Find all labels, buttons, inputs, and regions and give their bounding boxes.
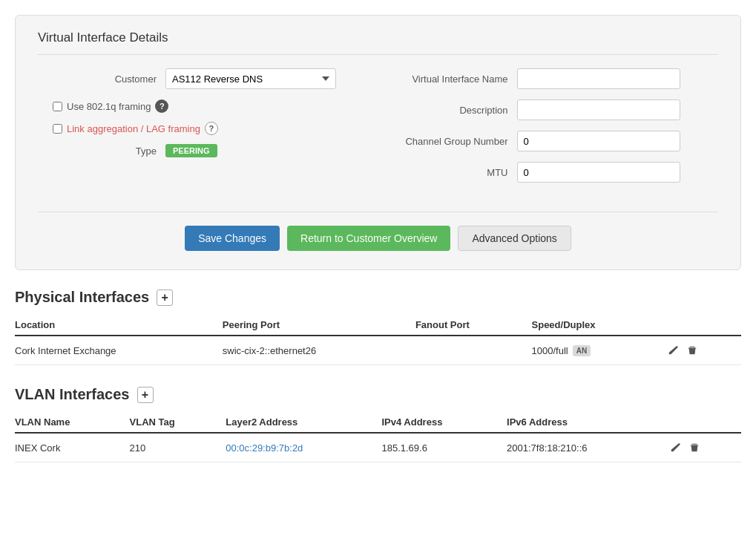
description-row: Description (389, 99, 719, 120)
lag-framing-label: Link aggregation / LAG framing (67, 123, 200, 134)
col-speed-duplex: Speed/Duplex (532, 315, 667, 336)
vlan-interfaces-title: VLAN Interfaces + (15, 386, 741, 403)
col-actions-ph (666, 315, 741, 336)
vlan-interfaces-header-row: VLAN Name VLAN Tag Layer2 Address IPv4 A… (15, 412, 741, 433)
delete-vlan-interface-button[interactable] (688, 441, 701, 454)
type-row: Type PEERING (38, 144, 367, 157)
return-to-customer-button[interactable]: Return to Customer Overview (287, 226, 450, 251)
channel-group-input[interactable] (517, 131, 680, 151)
col-ipv6-address: IPv6 Address (507, 412, 668, 433)
lag-framing-help-icon[interactable]: ? (205, 122, 218, 135)
add-vlan-interface-button[interactable]: + (137, 387, 154, 403)
description-label: Description (389, 105, 508, 116)
col-vlan-name: VLAN Name (15, 412, 130, 433)
cell-layer2-address: 00:0c:29:b9:7b:2d (226, 433, 381, 462)
panel-title: Virtual Interface Details (38, 30, 718, 55)
save-changes-button[interactable]: Save Changes (185, 226, 280, 251)
add-physical-interface-button[interactable]: + (157, 290, 173, 306)
vi-name-row: Virtual Interface Name (389, 68, 719, 89)
action-icons-vlan (668, 441, 735, 454)
vlan-interfaces-table: VLAN Name VLAN Tag Layer2 Address IPv4 A… (15, 412, 741, 462)
vlan-interfaces-section: VLAN Interfaces + VLAN Name VLAN Tag Lay… (15, 386, 741, 462)
cell-vlan-name: INEX Cork (15, 433, 130, 462)
physical-interfaces-title: Physical Interfaces + (15, 289, 741, 306)
pencil-icon (668, 345, 678, 356)
virtual-interface-details-panel: Virtual Interface Details Customer AS112… (15, 15, 741, 270)
action-icons (666, 344, 735, 357)
cell-vlan-tag: 210 (130, 433, 226, 462)
vi-name-label: Virtual Interface Name (389, 73, 508, 85)
lag-framing-row: Link aggregation / LAG framing ? (53, 122, 367, 135)
edit-physical-interface-button[interactable] (666, 344, 680, 357)
physical-interfaces-table: Location Peering Port Fanout Port Speed/… (15, 315, 741, 365)
customer-row: Customer AS112 Reverse DNS (38, 68, 367, 89)
use-8021q-label: Use 802.1q framing (67, 101, 151, 112)
cell-ipv6-address: 2001:7f8:18:210::6 (507, 433, 668, 462)
lag-framing-checkbox[interactable] (53, 124, 62, 134)
table-row: Cork Internet Exchange swic-cix-2::ether… (15, 336, 741, 365)
trash-icon (689, 442, 700, 453)
vi-name-input[interactable] (517, 68, 680, 89)
customer-label: Customer (38, 73, 157, 85)
cell-ipv4-address: 185.1.69.6 (381, 433, 507, 462)
trash-icon (687, 345, 697, 356)
mtu-label: MTU (389, 167, 508, 178)
use-8021q-row: Use 802.1q framing ? (53, 99, 367, 113)
type-label: Type (38, 145, 157, 157)
channel-group-label: Channel Group Number (389, 136, 508, 147)
delete-physical-interface-button[interactable] (686, 344, 699, 357)
cell-location: Cork Internet Exchange (15, 336, 223, 365)
col-layer2-address: Layer2 Address (226, 412, 381, 433)
col-peering-port: Peering Port (223, 315, 415, 336)
cell-peering-port: swic-cix-2::ethernet26 (223, 336, 415, 365)
an-badge: AN (573, 345, 591, 356)
physical-interfaces-header-row: Location Peering Port Fanout Port Speed/… (15, 315, 741, 336)
description-input[interactable] (517, 99, 680, 120)
mtu-input[interactable] (517, 162, 680, 183)
advanced-options-button[interactable]: Advanced Options (458, 226, 571, 251)
vlan-interfaces-thead: VLAN Name VLAN Tag Layer2 Address IPv4 A… (15, 412, 741, 433)
layer2-address-link[interactable]: 00:0c:29:b9:7b:2d (226, 442, 303, 454)
channel-group-row: Channel Group Number (389, 131, 719, 151)
cell-actions-vlan (668, 433, 741, 462)
col-fanout-port: Fanout Port (415, 315, 532, 336)
form-layout: Customer AS112 Reverse DNS Use 802.1q fr… (38, 68, 718, 193)
edit-vlan-interface-button[interactable] (668, 441, 682, 454)
cell-speed-duplex: 1000/full AN (532, 336, 667, 365)
buttons-row: Save Changes Return to Customer Overview… (38, 212, 718, 251)
col-vlan-tag: VLAN Tag (130, 412, 226, 433)
form-left: Customer AS112 Reverse DNS Use 802.1q fr… (38, 68, 367, 193)
table-row: INEX Cork 210 00:0c:29:b9:7b:2d 185.1.69… (15, 433, 741, 462)
customer-select[interactable]: AS112 Reverse DNS (165, 68, 336, 89)
speed-badge: 1000/full AN (532, 345, 591, 356)
use-8021q-checkbox[interactable] (53, 102, 62, 111)
physical-interfaces-section: Physical Interfaces + Location Peering P… (15, 289, 741, 365)
physical-interfaces-tbody: Cork Internet Exchange swic-cix-2::ether… (15, 336, 741, 365)
pencil-icon (670, 442, 680, 453)
vlan-interfaces-tbody: INEX Cork 210 00:0c:29:b9:7b:2d 185.1.69… (15, 433, 741, 462)
form-right: Virtual Interface Name Description Chann… (389, 68, 719, 193)
type-badge: PEERING (165, 144, 217, 157)
mtu-row: MTU (389, 162, 719, 183)
cell-actions-ph (666, 336, 741, 365)
col-location: Location (15, 315, 223, 336)
col-actions-vlan (668, 412, 741, 433)
physical-interfaces-thead: Location Peering Port Fanout Port Speed/… (15, 315, 741, 336)
use-8021q-help-icon[interactable]: ? (155, 99, 168, 113)
cell-fanout-port (415, 336, 532, 365)
col-ipv4-address: IPv4 Address (381, 412, 507, 433)
